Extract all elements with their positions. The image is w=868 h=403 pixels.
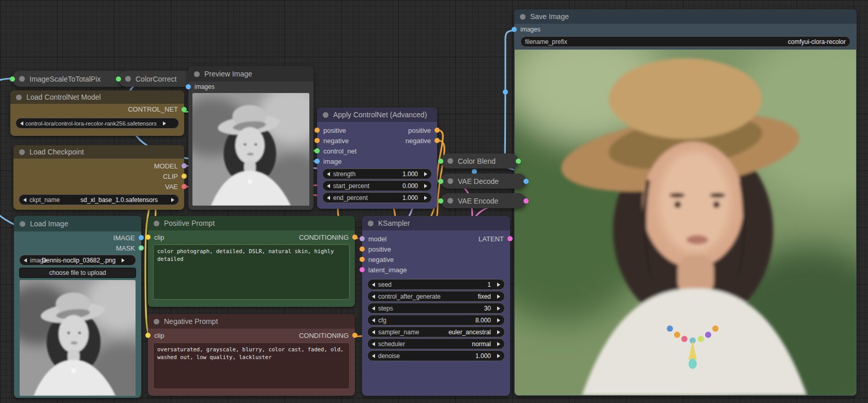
output-slot-latent[interactable] — [507, 236, 513, 241]
left-arrow-icon[interactable] — [372, 342, 375, 346]
seed-widget[interactable]: seed 1 — [367, 279, 505, 290]
output-slot-negative[interactable] — [435, 138, 440, 143]
right-arrow-icon[interactable] — [497, 330, 500, 334]
sampler-name-widget[interactable]: sampler_name euler_ancestral — [367, 327, 505, 337]
node-header[interactable]: Preview Image — [188, 66, 313, 82]
output-slot-positive[interactable] — [435, 128, 440, 133]
left-arrow-icon[interactable] — [372, 306, 375, 311]
output-slot-mask[interactable] — [139, 245, 144, 251]
right-arrow-icon[interactable] — [497, 306, 500, 311]
input-slot-images[interactable] — [186, 84, 191, 89]
node-save-image[interactable]: Save Image images filename_prefix comfyu… — [514, 9, 857, 396]
choose-file-button[interactable]: choose file to upload — [19, 268, 136, 278]
node-load-controlnet[interactable]: Load ControlNet Model CONTROL_NET contro… — [10, 90, 184, 136]
node-header[interactable]: Positive Prompt — [148, 216, 355, 230]
collapse-dot-icon[interactable] — [368, 221, 373, 226]
output-slot-vae[interactable] — [182, 184, 187, 189]
node-header[interactable]: Negative Prompt — [148, 314, 355, 329]
input-slot-positive[interactable] — [360, 246, 365, 252]
node-load-checkpoint[interactable]: Load Checkpoint MODEL CLIP VAE ckpt_name… — [13, 145, 184, 210]
output-slot-conditioning[interactable] — [352, 235, 357, 240]
collapse-dot-icon[interactable] — [447, 198, 453, 204]
image-file-widget[interactable]: image Dennis-noclip_03682_.png — [19, 255, 136, 266]
collapse-dot-icon[interactable] — [154, 319, 159, 324]
control-after-generate-widget[interactable]: control_after_generate fixed — [367, 291, 505, 302]
input-slot-images[interactable] — [512, 27, 517, 32]
right-arrow-icon[interactable] — [497, 283, 500, 287]
collapse-dot-icon[interactable] — [520, 14, 526, 20]
collapse-dot-icon[interactable] — [16, 95, 22, 100]
collapsed-input-dot[interactable] — [438, 179, 443, 184]
negative-prompt-textarea[interactable]: oversaturated, grayscale, blurry, color … — [153, 343, 350, 389]
positive-prompt-textarea[interactable]: color photograph, detailed, DSLR, natura… — [153, 244, 350, 300]
strength-widget[interactable]: strength 1.000 — [322, 168, 432, 179]
input-slot-clip[interactable] — [145, 235, 151, 240]
input-slot-negative[interactable] — [315, 138, 320, 143]
right-arrow-icon[interactable] — [163, 121, 166, 126]
left-arrow-icon[interactable] — [372, 295, 375, 299]
left-arrow-icon[interactable] — [24, 258, 27, 262]
collapse-dot-icon[interactable] — [19, 149, 25, 155]
collapse-dot-icon[interactable] — [20, 221, 25, 227]
scheduler-widget[interactable]: scheduler normal — [367, 338, 505, 349]
right-arrow-icon[interactable] — [497, 318, 500, 322]
left-arrow-icon[interactable] — [23, 198, 26, 202]
right-arrow-icon[interactable] — [424, 172, 427, 176]
left-arrow-icon[interactable] — [372, 330, 375, 334]
node-header[interactable]: Apply ControlNet (Advanced) — [317, 107, 437, 122]
node-graph-canvas[interactable]: { "colors": { "wire_image": "#85c0ee", "… — [0, 0, 868, 403]
input-slot-positive[interactable] — [315, 128, 320, 133]
collapsed-output-dot[interactable] — [516, 159, 521, 164]
input-slot-negative[interactable] — [360, 257, 365, 262]
collapse-dot-icon[interactable] — [447, 158, 453, 164]
collapse-dot-icon[interactable] — [447, 178, 453, 184]
node-header[interactable]: Save Image — [514, 9, 857, 24]
node-ksampler[interactable]: KSampler model LATENT positive negative … — [362, 216, 510, 396]
ckpt-name-widget[interactable]: ckpt_name sd_xl_base_1.0.safetensors — [19, 194, 179, 205]
left-arrow-icon[interactable] — [327, 172, 330, 176]
right-arrow-icon[interactable] — [424, 184, 427, 188]
right-arrow-icon[interactable] — [122, 258, 125, 262]
left-arrow-icon[interactable] — [327, 184, 330, 188]
right-arrow-icon[interactable] — [497, 295, 500, 299]
left-arrow-icon[interactable] — [372, 283, 375, 287]
collapse-dot-icon[interactable] — [154, 221, 159, 226]
collapse-dot-icon[interactable] — [323, 112, 328, 118]
end-percent-widget[interactable]: end_percent 1.000 — [322, 192, 432, 203]
input-slot-model[interactable] — [360, 236, 365, 241]
node-header[interactable]: Load Image — [14, 216, 141, 231]
output-slot-clip[interactable] — [182, 174, 187, 179]
start-percent-widget[interactable]: start_percent 0.000 — [322, 180, 432, 191]
left-arrow-icon[interactable] — [372, 354, 375, 358]
input-slot-image[interactable] — [315, 159, 320, 164]
steps-widget[interactable]: steps 30 — [367, 303, 505, 314]
node-negative-prompt[interactable]: Negative Prompt clip CONDITIONING oversa… — [148, 314, 355, 396]
filename-prefix-widget[interactable]: filename_prefix comfyui-clora-recolor — [520, 36, 850, 47]
right-arrow-icon[interactable] — [497, 354, 500, 358]
node-color-correct-collapsed[interactable]: ColorCorrect — [118, 71, 198, 87]
cfg-widget[interactable]: cfg 8.000 — [367, 315, 505, 326]
collapsed-output-dot[interactable] — [523, 179, 529, 184]
output-slot-conditioning[interactable] — [352, 333, 357, 338]
left-arrow-icon[interactable] — [372, 318, 375, 322]
denoise-widget[interactable]: denoise 1.000 — [367, 350, 505, 361]
collapsed-input-dot[interactable] — [116, 76, 121, 82]
left-arrow-icon[interactable] — [327, 196, 330, 200]
input-slot-clip[interactable] — [145, 333, 151, 338]
node-color-blend-collapsed[interactable]: Color Blend — [441, 153, 518, 168]
right-arrow-icon[interactable] — [497, 342, 500, 346]
collapse-dot-icon[interactable] — [125, 76, 131, 82]
node-vae-decode-collapsed[interactable]: VAE Decode — [441, 174, 526, 189]
node-apply-controlnet[interactable]: Apply ControlNet (Advanced) positive pos… — [317, 107, 437, 209]
node-vae-encode-collapsed[interactable]: VAE Encode — [441, 193, 526, 208]
output-slot-control-net[interactable] — [182, 107, 187, 112]
output-slot-model[interactable] — [182, 163, 187, 168]
collapsed-input-dot[interactable] — [438, 159, 443, 164]
collapsed-output-dot[interactable] — [523, 198, 529, 204]
node-load-image[interactable]: Load Image IMAGE MASK image Dennis-nocli… — [14, 216, 141, 398]
collapsed-input-dot[interactable] — [438, 198, 443, 204]
node-header[interactable]: KSampler — [362, 216, 510, 230]
input-slot-control-net[interactable] — [315, 148, 320, 153]
node-image-scale-collapsed[interactable]: ImageScaleToTotalPix — [12, 71, 127, 87]
node-positive-prompt[interactable]: Positive Prompt clip CONDITIONING color … — [148, 216, 355, 307]
